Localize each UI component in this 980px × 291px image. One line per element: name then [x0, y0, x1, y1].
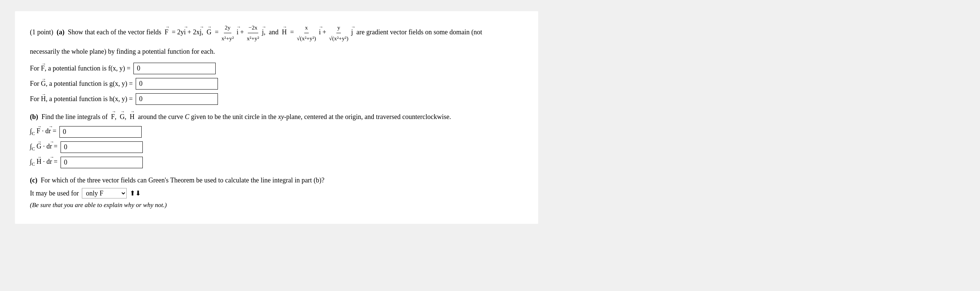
unit-i-2: i→	[237, 26, 239, 38]
h-potential-input[interactable]	[136, 93, 218, 105]
greens-theorem-dropdown[interactable]: only F only G only H F and G F and H G a…	[82, 188, 127, 198]
h-line-integral-input[interactable]	[60, 157, 143, 168]
part-a-section: (1 point) (a) Show that each of the vect…	[30, 22, 523, 105]
g-line-integral-input[interactable]	[60, 141, 143, 153]
g-line-integral-row: ∫C G→ · dr→ =	[30, 141, 523, 153]
part-c-note: (Be sure that you are able to explain wh…	[30, 201, 523, 209]
part-c-description: For which of the three vector fields can…	[41, 177, 325, 184]
unit-j-2: j→	[262, 26, 264, 38]
dropdown-label: It may be used for	[30, 190, 79, 198]
g-potential-input[interactable]	[136, 78, 218, 90]
frac-x-sqrt: x √(x²+y²)	[296, 22, 317, 43]
f-potential-input[interactable]	[134, 63, 216, 74]
h-line-integral-label: ∫C H→ · dr→ =	[30, 158, 57, 167]
f-potential-label: For F→, a potential function is f(x, y) …	[30, 65, 130, 73]
g-potential-row: For G→, a potential function is g(x, y) …	[30, 78, 523, 90]
vec-G: G→	[207, 26, 212, 38]
unit-i-1: i→	[184, 26, 186, 38]
g-line-integral-label: ∫C G→ · dr→ =	[30, 142, 57, 152]
vec-F: F→	[164, 26, 168, 38]
frac-2y: 2y x²+y²	[221, 22, 234, 43]
unit-i-3: i→	[319, 26, 321, 38]
frac-y-sqrt: y √(x²+y²)	[328, 22, 349, 43]
points-label: (1 point)	[30, 28, 53, 36]
unit-j-3: j→	[352, 26, 353, 38]
f-line-integral-row: ∫C F→ · dr→ =	[30, 126, 523, 138]
part-b-label: (b)	[30, 113, 38, 120]
part-c-section: (c) For which of the three vector fields…	[30, 175, 523, 209]
f-potential-row: For F→, a potential function is f(x, y) …	[30, 63, 523, 74]
vec-H: H→	[282, 26, 287, 38]
part-a-label: (a)	[57, 28, 65, 36]
part-a-line1: (1 point) (a) Show that each of the vect…	[30, 22, 523, 43]
g-potential-label: For G→, a potential function is g(x, y) …	[30, 80, 133, 88]
f-line-integral-input[interactable]	[59, 126, 142, 138]
part-c-header: (c) For which of the three vector fields…	[30, 175, 523, 186]
h-line-integral-row: ∫C H→ · dr→ =	[30, 157, 523, 168]
dropdown-row: It may be used for only F only G only H …	[30, 188, 523, 198]
part-c-label: (c)	[30, 177, 37, 184]
f-line-integral-label: ∫C F→ · dr→ =	[30, 127, 56, 136]
unit-j-1: j→	[200, 26, 202, 38]
part-b-header: (b) Find the line integrals of F→, G→, H…	[30, 112, 523, 122]
dropdown-stepper-icon: ⬆⬇	[130, 189, 141, 198]
frac-neg2x: −2x x²+y²	[246, 22, 260, 43]
part-a-header: (1 point) (a) Show that each of the vect…	[30, 22, 523, 57]
h-potential-row: For H→, a potential function is h(x, y) …	[30, 93, 523, 105]
part-a-line2: necessarily the whole plane) by finding …	[30, 46, 523, 57]
problem-container: (1 point) (a) Show that each of the vect…	[15, 11, 538, 224]
part-b-section: (b) Find the line integrals of F→, G→, H…	[30, 112, 523, 168]
h-potential-label: For H→, a potential function is h(x, y) …	[30, 95, 133, 103]
